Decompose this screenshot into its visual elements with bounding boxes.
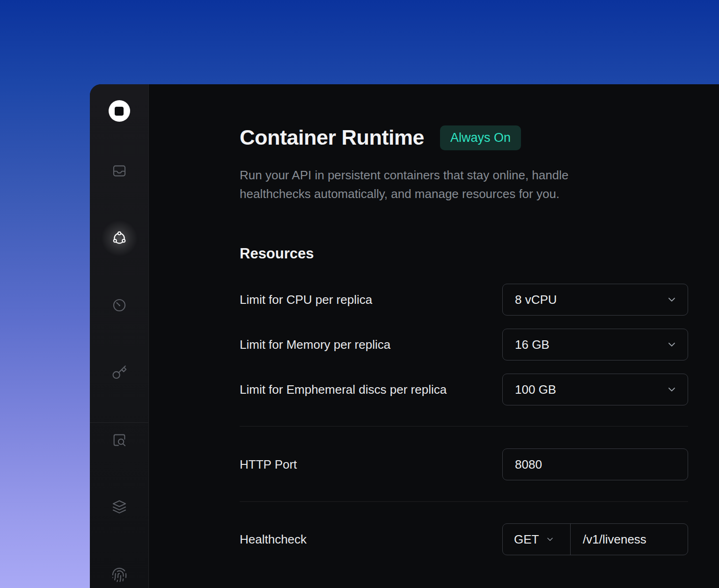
section-divider bbox=[240, 426, 688, 426]
http-port-row: HTTP Port bbox=[240, 448, 688, 480]
chevron-down-icon bbox=[545, 535, 555, 544]
chevron-down-icon bbox=[666, 384, 677, 395]
inspect-search-icon bbox=[111, 432, 127, 448]
http-port-label: HTTP Port bbox=[240, 457, 297, 472]
sidebar-item-timer[interactable] bbox=[104, 290, 134, 320]
healthcheck-method-select[interactable]: GET bbox=[503, 524, 571, 555]
healthcheck-path-input[interactable] bbox=[571, 524, 688, 555]
sidebar-item-inspect[interactable] bbox=[104, 425, 134, 455]
main-panel: Container Runtime Always On Run your API… bbox=[149, 84, 719, 588]
healthcheck-control: GET bbox=[502, 523, 688, 555]
timer-icon bbox=[111, 297, 127, 313]
ephemeral-disc-limit-value: 100 GB bbox=[515, 382, 556, 397]
memory-limit-value: 16 GB bbox=[515, 338, 550, 352]
chevron-down-icon bbox=[666, 294, 677, 305]
page-title: Container Runtime bbox=[240, 125, 424, 150]
memory-limit-label: Limit for Memory per replica bbox=[240, 338, 390, 352]
inbox-icon bbox=[111, 163, 127, 179]
sidebar-divider bbox=[90, 422, 148, 423]
sidebar-item-inbox[interactable] bbox=[104, 156, 134, 186]
healthcheck-label: Healthcheck bbox=[240, 532, 307, 547]
logo-square-mark bbox=[115, 107, 124, 116]
sidebar-item-fingerprint[interactable] bbox=[104, 560, 134, 588]
layers-icon bbox=[111, 499, 127, 515]
fingerprint-icon bbox=[111, 567, 127, 583]
healthcheck-method-value: GET bbox=[514, 532, 539, 547]
cpu-limit-label: Limit for CPU per replica bbox=[240, 293, 372, 307]
chevron-down-icon bbox=[666, 339, 677, 350]
app-logo[interactable] bbox=[109, 100, 130, 122]
resources-heading: Resources bbox=[240, 245, 314, 262]
sidebar-item-api-keys[interactable] bbox=[104, 358, 134, 388]
memory-limit-row: Limit for Memory per replica 16 GB bbox=[240, 329, 688, 360]
cpu-limit-select[interactable]: 8 vCPU bbox=[502, 284, 688, 316]
sidebar bbox=[90, 84, 149, 588]
memory-limit-select[interactable]: 16 GB bbox=[502, 329, 688, 360]
ephemeral-disc-limit-select[interactable]: 100 GB bbox=[502, 374, 688, 405]
page-description: Run your API in persistent containers th… bbox=[240, 166, 619, 203]
status-badge: Always On bbox=[440, 125, 521, 150]
container-nodes-icon bbox=[111, 230, 127, 246]
app-window: Container Runtime Always On Run your API… bbox=[90, 84, 719, 588]
ephemeral-disc-limit-label: Limit for Emphemeral discs per replica bbox=[240, 382, 447, 397]
healthcheck-row: Healthcheck GET bbox=[240, 523, 688, 555]
http-port-input[interactable] bbox=[502, 448, 688, 480]
cpu-limit-value: 8 vCPU bbox=[515, 293, 557, 307]
section-divider bbox=[240, 501, 688, 502]
cpu-limit-row: Limit for CPU per replica 8 vCPU bbox=[240, 284, 688, 316]
sidebar-item-layers[interactable] bbox=[104, 492, 134, 522]
sidebar-item-container-runtime[interactable] bbox=[104, 223, 134, 253]
ephemeral-disc-limit-row: Limit for Emphemeral discs per replica 1… bbox=[240, 374, 688, 405]
key-icon bbox=[111, 365, 127, 381]
